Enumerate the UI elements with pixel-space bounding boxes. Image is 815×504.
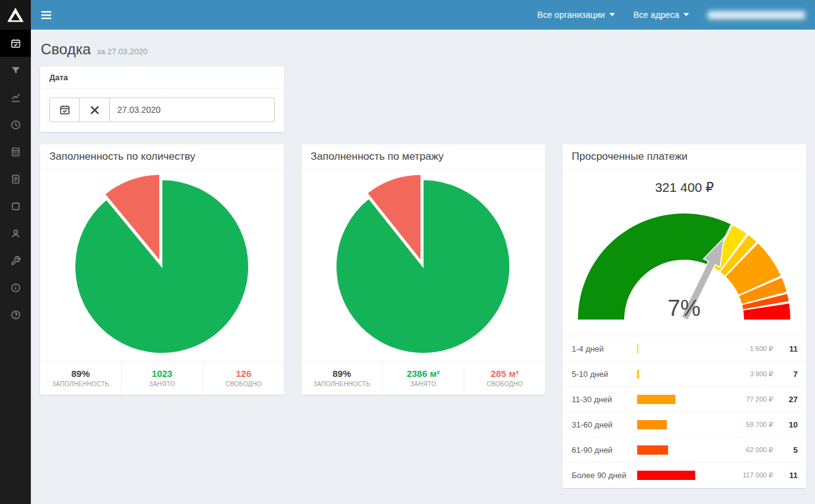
overdue-bar [637,420,721,429]
close-icon [90,105,99,115]
occupancy-count-pie-chart [40,170,284,361]
sidebar-item-boxes[interactable] [0,192,31,220]
stat-label: ЗАПОЛНЕННОСТЬ [304,381,380,387]
user-menu-blurred[interactable] [708,11,805,19]
overdue-range-label: 5-10 дней [572,370,637,379]
user-icon [10,228,21,239]
overdue-gauge-chart: 7% [572,199,797,327]
stat: 2386 м²ЗАНЯТО [382,361,464,395]
stat: 285 м²СВОБОДНО [464,361,545,395]
stat-value: 126 [206,368,282,379]
gauge-wrapper: 7% [562,199,806,327]
overdue-payments-title: Просроченные платежи [562,144,806,170]
overdue-range-label: 31-60 дней [572,420,637,429]
sidebar-item-history[interactable] [0,111,31,138]
overdue-bar [637,471,721,480]
organizations-dropdown[interactable]: Все организации [537,10,615,20]
stat-label: СВОБОДНО [206,381,282,387]
sidebar-item-documents[interactable] [0,165,31,192]
overdue-count: 27 [783,395,798,404]
filter-icon [10,65,21,76]
overdue-count: 11 [783,344,798,353]
stat-label: ЗАПОЛНЕННОСТЬ [43,381,119,387]
sidebar-item-filters[interactable] [0,57,31,84]
addresses-dropdown-label: Все адреса [633,10,679,20]
overdue-amount: 3 900 ₽ [721,370,773,378]
organizations-dropdown-label: Все организации [537,10,605,20]
sidebar-item-settings[interactable] [0,247,31,274]
hamburger-button[interactable] [31,0,62,30]
overdue-total-amount: 321 400 ₽ [562,180,806,195]
navbar: Все организации Все адреса [31,0,815,30]
date-filter-card: Дата [40,67,284,132]
occupancy-area-card: Заполненность по метражу 89%ЗАПОЛНЕННОСТ… [301,144,545,395]
addresses-dropdown[interactable]: Все адреса [633,10,689,20]
overdue-range-label: 11-30 дней [572,395,637,404]
overdue-row: 11-30 дней77 200 ₽27 [562,387,806,412]
calendar-icon [59,104,70,115]
overdue-bar [637,370,721,379]
box-icon [10,201,21,212]
overdue-amount: 117 000 ₽ [721,471,773,479]
overdue-row: 31-60 дней59 700 ₽10 [562,412,806,437]
stat-value: 1023 [124,368,200,379]
document-icon [10,174,21,184]
pie-slice-occupied [75,180,249,353]
occupancy-area-title: Заполненность по метражу [301,144,545,170]
stat: 1023ЗАНЯТО [121,361,203,395]
page-head: Сводка за 27.03.2020 [41,41,806,58]
app-logo[interactable] [0,0,31,30]
page-subtitle: за 27.03.2020 [97,47,148,56]
stat: 126СВОБОДНО [203,361,284,395]
overdue-amount: 59 700 ₽ [721,421,773,429]
stat-label: ЗАНЯТО [124,381,200,387]
stat-label: СВОБОДНО [467,381,543,387]
overdue-amount: 1 600 ₽ [721,345,773,353]
sidebar-item-info[interactable] [0,274,31,301]
overdue-payments-card: Просроченные платежи 321 400 ₽ 7% 1-4 дн… [562,144,806,488]
main-content: Сводка за 27.03.2020 Дата Заполненность … [31,30,815,504]
calendar-button[interactable] [49,97,80,122]
overdue-amount: 77 200 ₽ [721,395,773,403]
gauge-percent-label: 7% [667,295,700,321]
pie-slice-occupied [336,180,510,353]
overdue-row: Более 90 дней117 000 ₽11 [562,463,806,488]
occupancy-count-title: Заполненность по количеству [40,144,284,170]
sidebar [0,30,31,504]
overdue-amount: 62 000 ₽ [721,446,773,454]
overdue-count: 7 [783,370,798,379]
overdue-count: 11 [783,471,798,480]
line-chart-icon [10,93,21,103]
sidebar-item-summary[interactable] [0,30,31,57]
logo-icon [6,6,25,23]
sidebar-item-calculator[interactable] [0,138,31,165]
stat-value: 89% [304,368,380,379]
calculator-icon [10,147,21,157]
stat: 89%ЗАПОЛНЕННОСТЬ [301,361,382,395]
overdue-bar [637,395,721,404]
overdue-row: 61-90 дней62 000 ₽5 [562,437,806,463]
occupancy-count-stats: 89%ЗАПОЛНЕННОСТЬ1023ЗАНЯТО126СВОБОДНО [40,361,284,395]
sidebar-item-charts[interactable] [0,84,31,111]
page-title: Сводка [41,41,91,58]
calendar-icon [10,38,21,49]
sidebar-item-clients[interactable] [0,220,31,247]
caret-down-icon [609,13,615,17]
overdue-row: 5-10 дней3 900 ₽7 [562,361,806,387]
overdue-bar [637,445,721,455]
stat-label: ЗАНЯТО [385,381,461,387]
dashboard-cards-row: Заполненность по количеству 89%ЗАПОЛНЕНН… [40,144,806,488]
overdue-count: 10 [783,420,798,429]
stat-value: 2386 м² [385,368,461,379]
question-icon [10,310,21,320]
clock-icon [10,120,21,130]
sidebar-item-help[interactable] [0,301,31,328]
stat-value: 285 м² [467,368,543,379]
overdue-table: 1-4 дней1 600 ₽115-10 дней3 900 ₽711-30 … [562,336,806,488]
stat: 89%ЗАПОЛНЕННОСТЬ [40,361,121,395]
overdue-range-label: 61-90 дней [572,445,637,455]
occupancy-count-card: Заполненность по количеству 89%ЗАПОЛНЕНН… [40,144,284,395]
occupancy-area-pie-chart [301,170,545,361]
date-input[interactable] [110,97,275,122]
clear-date-button[interactable] [80,97,110,122]
